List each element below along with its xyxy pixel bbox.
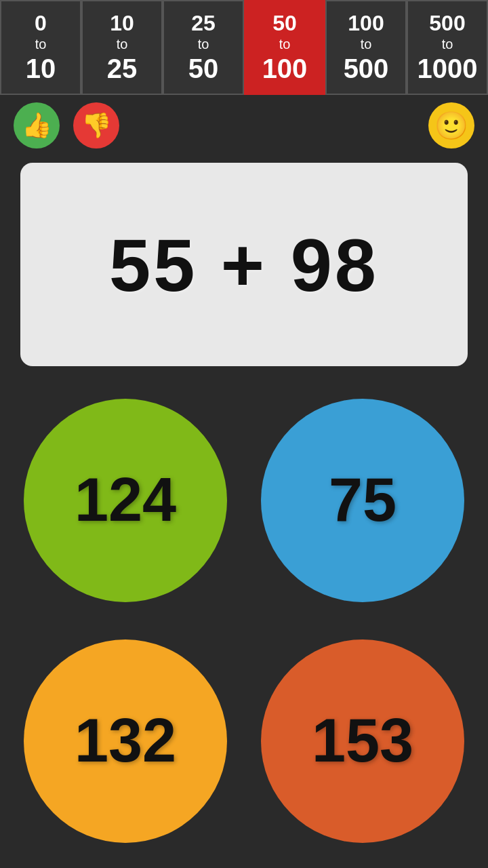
- tab-top-num: 10: [110, 10, 134, 36]
- toolbar: 👍 👎 🙂: [0, 95, 488, 156]
- smiley-button[interactable]: 🙂: [428, 102, 474, 149]
- tab-top-num: 50: [272, 10, 297, 36]
- range-tab-50to100[interactable]: 50 to 100: [244, 0, 325, 95]
- range-tab-500to1000[interactable]: 500 to 1000: [407, 0, 488, 95]
- range-tab-10to25[interactable]: 10 to 25: [81, 0, 163, 95]
- range-tab-0to10[interactable]: 0 to 10: [0, 0, 81, 95]
- tab-bottom-num: 100: [262, 52, 308, 85]
- answer-button-3[interactable]: 153: [261, 639, 464, 843]
- answer-button-1[interactable]: 75: [261, 399, 464, 602]
- answer-button-2[interactable]: 132: [24, 639, 227, 843]
- tab-bottom-num: 10: [26, 52, 56, 85]
- question-box: 55 + 98: [20, 163, 468, 366]
- tab-bottom-num: 1000: [418, 52, 478, 85]
- tab-to-label: to: [35, 36, 47, 52]
- tab-bottom-num: 25: [107, 52, 138, 85]
- tab-bottom-num: 500: [344, 52, 389, 85]
- tab-top-num: 0: [35, 10, 47, 36]
- thumbs-up-button[interactable]: 👍: [14, 102, 60, 149]
- question-text: 55 + 98: [109, 222, 379, 308]
- range-tab-100to500[interactable]: 100 to 500: [325, 0, 407, 95]
- answers-grid: 12475132153: [0, 380, 488, 868]
- tab-to-label: to: [117, 36, 128, 52]
- tab-top-num: 100: [348, 10, 384, 36]
- tab-to-label: to: [198, 36, 209, 52]
- range-tab-25to50[interactable]: 25 to 50: [163, 0, 244, 95]
- tab-top-num: 25: [191, 10, 216, 36]
- tab-top-num: 500: [429, 10, 465, 36]
- tab-to-label: to: [442, 36, 453, 52]
- thumbs-down-button[interactable]: 👎: [73, 102, 119, 149]
- tab-bottom-num: 50: [188, 52, 219, 85]
- tab-to-label: to: [361, 36, 372, 52]
- answer-button-0[interactable]: 124: [24, 399, 227, 602]
- tab-to-label: to: [279, 36, 291, 52]
- range-tabs: 0 to 10 10 to 25 25 to 50 50 to 100 100 …: [0, 0, 488, 95]
